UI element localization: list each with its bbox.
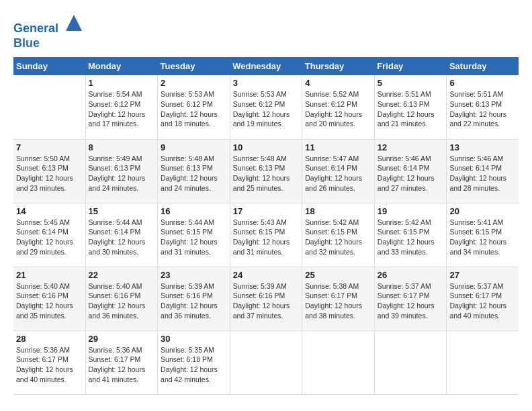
week-row-4: 21Sunrise: 5:40 AM Sunset: 6:16 PM Dayli… bbox=[13, 267, 519, 330]
day-info: Sunrise: 5:51 AM Sunset: 6:13 PM Dayligh… bbox=[378, 89, 444, 129]
calendar-cell: 6Sunrise: 5:51 AM Sunset: 6:13 PM Daylig… bbox=[447, 75, 519, 139]
calendar-cell: 5Sunrise: 5:51 AM Sunset: 6:13 PM Daylig… bbox=[374, 75, 447, 139]
day-info: Sunrise: 5:39 AM Sunset: 6:16 PM Dayligh… bbox=[161, 281, 227, 321]
calendar-cell: 16Sunrise: 5:44 AM Sunset: 6:15 PM Dayli… bbox=[158, 203, 230, 267]
day-info: Sunrise: 5:37 AM Sunset: 6:17 PM Dayligh… bbox=[449, 281, 516, 321]
day-info: Sunrise: 5:52 AM Sunset: 6:12 PM Dayligh… bbox=[305, 89, 371, 129]
day-info: Sunrise: 5:35 AM Sunset: 6:18 PM Dayligh… bbox=[161, 345, 227, 385]
day-number: 3 bbox=[233, 78, 300, 88]
day-number: 4 bbox=[305, 78, 371, 88]
day-number: 26 bbox=[378, 270, 444, 280]
calendar-cell: 26Sunrise: 5:37 AM Sunset: 6:17 PM Dayli… bbox=[374, 267, 447, 330]
logo-general: General bbox=[13, 21, 58, 35]
calendar-cell bbox=[230, 330, 302, 394]
week-row-2: 7Sunrise: 5:50 AM Sunset: 6:13 PM Daylig… bbox=[13, 139, 519, 203]
logo-blue: Blue bbox=[13, 36, 40, 50]
day-number: 2 bbox=[161, 78, 227, 88]
day-info: Sunrise: 5:40 AM Sunset: 6:16 PM Dayligh… bbox=[89, 281, 155, 321]
week-row-3: 14Sunrise: 5:45 AM Sunset: 6:14 PM Dayli… bbox=[13, 203, 519, 267]
calendar-cell: 21Sunrise: 5:40 AM Sunset: 6:16 PM Dayli… bbox=[13, 267, 85, 330]
calendar-cell: 30Sunrise: 5:35 AM Sunset: 6:18 PM Dayli… bbox=[158, 330, 230, 394]
day-info: Sunrise: 5:50 AM Sunset: 6:13 PM Dayligh… bbox=[16, 154, 83, 193]
weekday-header-friday: Friday bbox=[374, 57, 447, 75]
calendar-cell: 27Sunrise: 5:37 AM Sunset: 6:17 PM Dayli… bbox=[447, 267, 519, 330]
day-number: 25 bbox=[305, 270, 371, 280]
calendar-cell: 17Sunrise: 5:43 AM Sunset: 6:15 PM Dayli… bbox=[230, 203, 302, 267]
calendar-cell bbox=[13, 75, 85, 139]
weekday-header-tuesday: Tuesday bbox=[158, 57, 230, 75]
day-number: 10 bbox=[233, 142, 300, 152]
day-number: 19 bbox=[378, 206, 444, 216]
calendar-cell: 18Sunrise: 5:42 AM Sunset: 6:15 PM Dayli… bbox=[302, 203, 375, 267]
day-number: 18 bbox=[305, 206, 371, 216]
day-info: Sunrise: 5:47 AM Sunset: 6:14 PM Dayligh… bbox=[305, 154, 371, 193]
calendar-cell: 28Sunrise: 5:36 AM Sunset: 6:17 PM Dayli… bbox=[13, 330, 85, 394]
day-info: Sunrise: 5:49 AM Sunset: 6:13 PM Dayligh… bbox=[89, 154, 155, 193]
calendar-cell: 22Sunrise: 5:40 AM Sunset: 6:16 PM Dayli… bbox=[85, 267, 158, 330]
day-number: 22 bbox=[89, 270, 155, 280]
day-number: 24 bbox=[233, 270, 300, 280]
page-header: General Blue bbox=[13, 13, 519, 50]
day-info: Sunrise: 5:48 AM Sunset: 6:13 PM Dayligh… bbox=[233, 154, 300, 193]
calendar-cell: 2Sunrise: 5:53 AM Sunset: 6:12 PM Daylig… bbox=[158, 75, 230, 139]
day-number: 6 bbox=[449, 78, 516, 88]
calendar-cell: 29Sunrise: 5:36 AM Sunset: 6:17 PM Dayli… bbox=[85, 330, 158, 394]
day-number: 28 bbox=[16, 334, 83, 344]
day-number: 1 bbox=[89, 78, 155, 88]
calendar-cell: 23Sunrise: 5:39 AM Sunset: 6:16 PM Dayli… bbox=[158, 267, 230, 330]
logo: General Blue bbox=[13, 13, 83, 50]
day-info: Sunrise: 5:42 AM Sunset: 6:15 PM Dayligh… bbox=[378, 218, 444, 257]
day-info: Sunrise: 5:53 AM Sunset: 6:12 PM Dayligh… bbox=[161, 89, 227, 129]
day-info: Sunrise: 5:39 AM Sunset: 6:16 PM Dayligh… bbox=[233, 281, 300, 321]
svg-marker-0 bbox=[66, 15, 82, 31]
day-number: 7 bbox=[16, 142, 83, 152]
day-number: 12 bbox=[378, 142, 444, 152]
day-info: Sunrise: 5:43 AM Sunset: 6:15 PM Dayligh… bbox=[233, 218, 300, 257]
day-info: Sunrise: 5:36 AM Sunset: 6:17 PM Dayligh… bbox=[16, 345, 83, 385]
day-number: 23 bbox=[161, 270, 227, 280]
day-info: Sunrise: 5:44 AM Sunset: 6:14 PM Dayligh… bbox=[89, 218, 155, 257]
day-number: 16 bbox=[161, 206, 227, 216]
day-number: 27 bbox=[449, 270, 516, 280]
day-info: Sunrise: 5:46 AM Sunset: 6:14 PM Dayligh… bbox=[378, 154, 444, 193]
weekday-header-wednesday: Wednesday bbox=[230, 57, 302, 75]
weekday-header-saturday: Saturday bbox=[447, 57, 519, 75]
calendar-cell: 3Sunrise: 5:53 AM Sunset: 6:12 PM Daylig… bbox=[230, 75, 302, 139]
day-number: 8 bbox=[89, 142, 155, 152]
weekday-header-sunday: Sunday bbox=[13, 57, 85, 75]
calendar-cell bbox=[374, 330, 447, 394]
day-number: 30 bbox=[161, 334, 227, 344]
logo-icon bbox=[64, 13, 83, 32]
calendar-cell: 25Sunrise: 5:38 AM Sunset: 6:17 PM Dayli… bbox=[302, 267, 375, 330]
day-number: 15 bbox=[89, 206, 155, 216]
day-info: Sunrise: 5:53 AM Sunset: 6:12 PM Dayligh… bbox=[233, 89, 300, 129]
day-number: 9 bbox=[161, 142, 227, 152]
calendar-cell bbox=[447, 330, 519, 394]
week-row-5: 28Sunrise: 5:36 AM Sunset: 6:17 PM Dayli… bbox=[13, 330, 519, 394]
day-info: Sunrise: 5:42 AM Sunset: 6:15 PM Dayligh… bbox=[305, 218, 371, 257]
weekday-header-row: SundayMondayTuesdayWednesdayThursdayFrid… bbox=[13, 57, 519, 75]
calendar-cell: 15Sunrise: 5:44 AM Sunset: 6:14 PM Dayli… bbox=[85, 203, 158, 267]
day-info: Sunrise: 5:48 AM Sunset: 6:13 PM Dayligh… bbox=[161, 154, 227, 193]
calendar-cell: 20Sunrise: 5:41 AM Sunset: 6:15 PM Dayli… bbox=[447, 203, 519, 267]
day-number: 29 bbox=[89, 334, 155, 344]
day-info: Sunrise: 5:46 AM Sunset: 6:14 PM Dayligh… bbox=[449, 154, 516, 193]
day-info: Sunrise: 5:51 AM Sunset: 6:13 PM Dayligh… bbox=[449, 89, 516, 129]
week-row-1: 1Sunrise: 5:54 AM Sunset: 6:12 PM Daylig… bbox=[13, 75, 519, 139]
day-number: 11 bbox=[305, 142, 371, 152]
day-info: Sunrise: 5:44 AM Sunset: 6:15 PM Dayligh… bbox=[161, 218, 227, 257]
day-number: 14 bbox=[16, 206, 83, 216]
day-info: Sunrise: 5:36 AM Sunset: 6:17 PM Dayligh… bbox=[89, 345, 155, 385]
day-number: 13 bbox=[449, 142, 516, 152]
day-number: 21 bbox=[16, 270, 83, 280]
day-number: 5 bbox=[378, 78, 444, 88]
calendar-cell: 4Sunrise: 5:52 AM Sunset: 6:12 PM Daylig… bbox=[302, 75, 375, 139]
day-info: Sunrise: 5:45 AM Sunset: 6:14 PM Dayligh… bbox=[16, 218, 83, 257]
day-info: Sunrise: 5:40 AM Sunset: 6:16 PM Dayligh… bbox=[16, 281, 83, 321]
day-info: Sunrise: 5:38 AM Sunset: 6:17 PM Dayligh… bbox=[305, 281, 371, 321]
weekday-header-thursday: Thursday bbox=[302, 57, 375, 75]
day-number: 17 bbox=[233, 206, 300, 216]
calendar-cell: 7Sunrise: 5:50 AM Sunset: 6:13 PM Daylig… bbox=[13, 139, 85, 203]
day-number: 20 bbox=[449, 206, 516, 216]
day-info: Sunrise: 5:41 AM Sunset: 6:15 PM Dayligh… bbox=[449, 218, 516, 257]
